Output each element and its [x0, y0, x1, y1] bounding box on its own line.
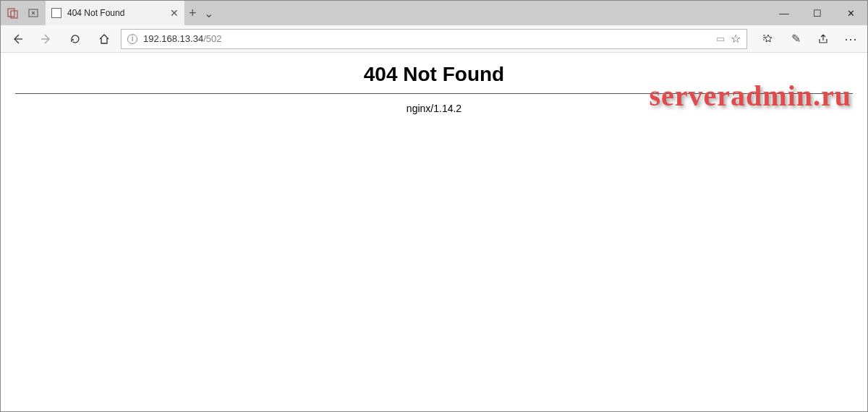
toolbar: i 192.168.13.34/502 ▭ ☆ ✎ ⋯: [1, 25, 867, 53]
error-heading: 404 Not Found: [15, 63, 853, 86]
forward-button[interactable]: [34, 27, 59, 51]
more-button[interactable]: ⋯: [838, 27, 863, 51]
url-path: /502: [203, 33, 221, 44]
favorites-list-button[interactable]: [756, 27, 780, 51]
page-content: 404 Not Found nginx/1.14.2: [1, 53, 867, 124]
toolbar-right: ✎ ⋯: [752, 27, 863, 51]
browser-tab[interactable]: 404 Not Found ✕: [46, 1, 184, 25]
close-tab-button[interactable]: ✕: [170, 7, 179, 19]
show-tabs-icon[interactable]: [25, 5, 41, 21]
titlebar: 404 Not Found ✕ + ⌄ — ☐ ✕: [1, 1, 867, 25]
tab-menu-button[interactable]: ⌄: [204, 7, 213, 20]
notes-button[interactable]: ✎: [783, 27, 808, 51]
titlebar-spacer: [218, 1, 767, 25]
url-host: 192.168.13.34: [143, 33, 203, 44]
favorite-button[interactable]: ☆: [731, 32, 741, 46]
refresh-button[interactable]: [63, 27, 88, 51]
titlebar-left: [1, 1, 46, 25]
share-button[interactable]: [811, 27, 835, 51]
set-aside-tabs-icon[interactable]: [5, 5, 21, 21]
new-tab-button[interactable]: +: [189, 6, 197, 21]
url-text: 192.168.13.34/502: [143, 33, 710, 44]
maximize-button[interactable]: ☐: [801, 1, 834, 25]
back-button[interactable]: [5, 27, 30, 51]
site-info-icon[interactable]: i: [127, 34, 137, 44]
home-button[interactable]: [92, 27, 116, 51]
tab-actions: + ⌄: [184, 1, 218, 25]
close-window-button[interactable]: ✕: [834, 1, 867, 25]
page-icon: [51, 8, 61, 18]
address-bar[interactable]: i 192.168.13.34/502 ▭ ☆: [121, 29, 747, 49]
window-controls: — ☐ ✕: [767, 1, 867, 25]
reading-view-icon[interactable]: ▭: [716, 33, 725, 44]
tab-title: 404 Not Found: [67, 8, 124, 18]
server-signature: nginx/1.14.2: [15, 103, 853, 114]
divider: [15, 93, 853, 94]
minimize-button[interactable]: —: [767, 1, 801, 25]
